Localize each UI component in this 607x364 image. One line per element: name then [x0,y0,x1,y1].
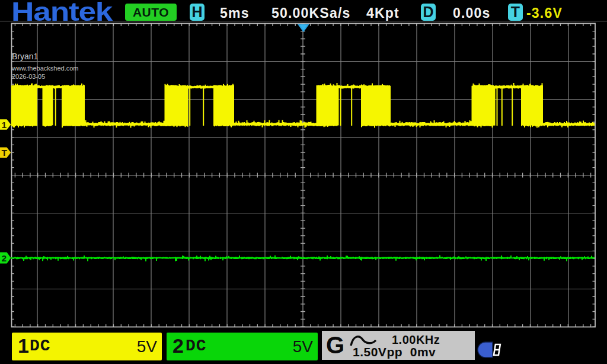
svg-text:2: 2 [2,253,7,263]
svg-text:T: T [2,148,8,158]
svg-text:1: 1 [2,120,7,130]
